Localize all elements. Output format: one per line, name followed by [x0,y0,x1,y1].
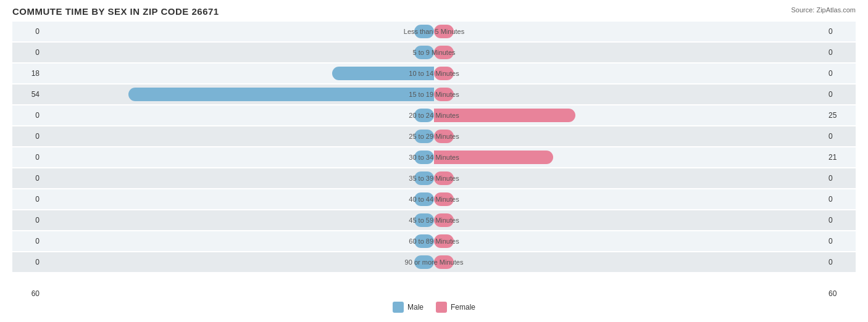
male-bar-container [43,234,434,248]
male-value: 0 [12,153,43,162]
bar-section: 35 to 39 Minutes [43,170,825,186]
bar-section: 90 or more Minutes [43,254,825,270]
female-bar [434,192,454,206]
male-bar [128,88,434,101]
male-bar-container [43,88,434,101]
legend: Male Female [12,302,856,313]
female-value: 0 [825,69,856,78]
male-label: Male [407,303,424,312]
chart-row: 045 to 59 Minutes0 [12,210,856,230]
female-bar-container [434,234,825,248]
male-bar [414,25,434,38]
male-value: 0 [12,132,43,141]
bar-section: 40 to 44 Minutes [43,191,825,207]
chart-area: 0Less than 5 Minutes005 to 9 Minutes0181… [12,22,856,287]
bar-section: 15 to 19 Minutes [43,86,825,102]
male-value: 0 [12,237,43,246]
female-bar-container [434,192,825,206]
chart-row: 060 to 89 Minutes0 [12,231,856,251]
female-value: 0 [825,48,856,57]
male-bar-container [43,46,434,59]
female-value: 0 [825,90,856,99]
bar-section: 30 to 34 Minutes [43,149,825,165]
female-value: 21 [825,153,856,162]
female-bar [434,88,454,101]
male-bar-container [43,130,434,143]
male-bar [414,234,434,248]
bar-section: 10 to 14 Minutes [43,65,825,81]
legend-female: Female [436,302,475,313]
female-value: 0 [825,216,856,225]
male-value: 0 [12,111,43,120]
chart-container: COMMUTE TIME BY SEX IN ZIP CODE 26671 So… [0,0,868,322]
chart-row: 025 to 29 Minutes0 [12,126,856,146]
female-value: 0 [825,195,856,204]
male-bar [414,213,434,227]
male-bar-container [43,67,434,80]
male-bar-container [43,109,434,122]
female-bar-container [434,255,825,269]
male-bar [414,192,434,206]
chart-row: 05 to 9 Minutes0 [12,43,856,62]
female-bar [434,130,454,143]
female-bar-container [434,151,825,164]
male-value: 54 [12,90,43,99]
female-bar [434,255,454,269]
axis-right-val: 60 [825,289,856,298]
male-swatch [393,302,404,313]
male-bar-container [43,192,434,206]
male-bar-container [43,25,434,38]
female-swatch [436,302,447,313]
female-bar [434,46,454,59]
male-bar-container [43,255,434,269]
male-value: 0 [12,174,43,183]
male-bar [414,151,434,164]
bar-section: 60 to 89 Minutes [43,233,825,249]
female-value: 25 [825,111,856,120]
female-bar [434,213,454,227]
chart-row: 1810 to 14 Minutes0 [12,64,856,83]
legend-male: Male [393,302,424,313]
female-bar [434,234,454,248]
axis-left-val: 60 [12,289,43,298]
bar-section: 5 to 9 Minutes [43,44,825,60]
female-bar-container [434,25,825,38]
female-label: Female [451,303,475,312]
male-value: 0 [12,48,43,57]
female-value: 0 [825,27,856,36]
chart-row: 040 to 44 Minutes0 [12,189,856,209]
female-bar-container [434,130,825,143]
source-label: Source: ZipAtlas.com [791,6,856,14]
female-bar-container [434,88,825,101]
female-bar-container [434,171,825,185]
male-value: 18 [12,69,43,78]
bar-section: 25 to 29 Minutes [43,128,825,144]
female-bar-container [434,213,825,227]
bar-section: Less than 5 Minutes [43,23,825,39]
male-value: 0 [12,216,43,225]
female-bar [434,67,454,80]
chart-row: 090 or more Minutes0 [12,252,856,272]
female-bar [434,25,454,38]
chart-row: 030 to 34 Minutes21 [12,147,856,167]
female-value: 0 [825,174,856,183]
bar-section: 20 to 24 Minutes [43,107,825,123]
male-bar-container [43,213,434,227]
male-value: 0 [12,258,43,266]
female-bar-container [434,67,825,80]
male-bar [414,109,434,122]
male-bar [414,171,434,185]
male-bar [414,255,434,269]
chart-row: 035 to 39 Minutes0 [12,168,856,188]
axis-row: 60 60 [12,289,856,298]
male-bar [414,46,434,59]
chart-row: 020 to 24 Minutes25 [12,105,856,125]
male-bar-container [43,151,434,164]
male-value: 0 [12,27,43,36]
chart-row: 0Less than 5 Minutes0 [12,22,856,41]
male-value: 0 [12,195,43,204]
male-bar-container [43,171,434,185]
male-bar [332,67,434,80]
female-bar-container [434,46,825,59]
male-bar [414,130,434,143]
